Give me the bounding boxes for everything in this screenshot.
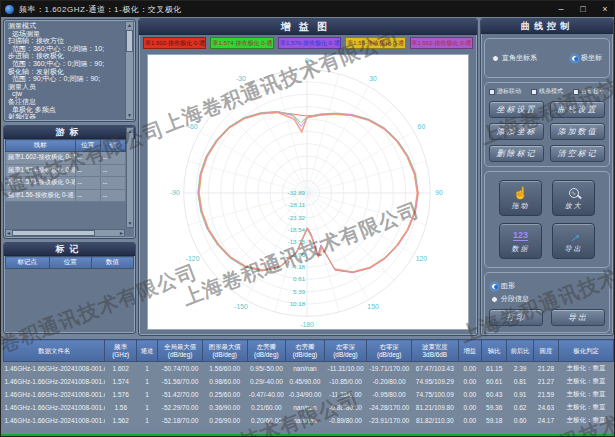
info-line: 备注信息 <box>8 98 123 106</box>
output-radio[interactable]: 图形 <box>491 281 603 291</box>
window-title: 频率：1.602GHZ-通道：1-极化：交叉极化 <box>19 4 550 15</box>
coordinate-radio[interactable]: 直角坐标系 <box>492 53 537 63</box>
tool-label: 放大 <box>565 201 583 211</box>
cursor-hscrollbar[interactable]: ◄ ► <box>5 229 125 237</box>
zoom-tool-button[interactable]: ∿放大 <box>552 180 595 216</box>
scroll-up-icon[interactable]: ▲ <box>127 22 132 29</box>
scroll-thumb[interactable] <box>126 30 133 52</box>
data-table-header: 右零深(dB/deg) <box>367 340 412 362</box>
cell: -19.71/170.00 <box>367 362 412 375</box>
scroll-down-icon[interactable]: ▼ <box>128 220 133 227</box>
cell: 主极化：垂直 <box>559 414 614 427</box>
cell: -- <box>75 164 100 177</box>
data-table-header: 极化判定 <box>559 340 614 362</box>
cell: 0.25/60.00 <box>202 388 247 401</box>
scroll-left-icon[interactable]: ◄ <box>6 229 11 237</box>
left-sidebar: 测量模式 远场测量扫描轴：接收方位 范围：360;中心：0;间隔：10;步进轴：… <box>3 19 136 334</box>
app-icon <box>5 5 14 14</box>
cell: 24.17 <box>533 414 558 427</box>
cursor-row[interactable]: 频率1.576-接收极化 0-通…---- <box>6 177 126 190</box>
data-table-row[interactable]: 1.46GHz-1.66GHz-20241008-001.dat1.561-52… <box>4 401 614 414</box>
curve-option-checkbox[interactable]: 线条模式 <box>531 87 563 96</box>
data-table-row[interactable]: 1.46GHz-1.66GHz-20241008-001.dat1.6021-5… <box>4 362 614 375</box>
cell: 1.562 <box>105 414 136 427</box>
zoom-magnifier-icon: ∿ <box>569 185 579 200</box>
chart-title: 增益图 <box>139 19 477 35</box>
axis-settings-button[interactable]: 坐标设置 <box>489 101 544 118</box>
cell: 0.00 <box>458 362 481 375</box>
info-scrollbar[interactable]: ▲ ▼ <box>125 21 134 120</box>
cell: -52.18/70.00 <box>158 414 203 427</box>
legend-chip[interactable]: 率1.576-接收极化 0-通 <box>278 37 341 49</box>
tool-label: 数据 <box>512 244 530 254</box>
scroll-right-icon[interactable]: ► <box>119 229 124 237</box>
window-titlebar: 频率：1.602GHZ-通道：1-极化：交叉极化 – □ × <box>1 1 615 17</box>
legend-chip[interactable]: 率1.562-接收极化 0-通 <box>410 37 473 49</box>
cell: 61.15 <box>482 362 507 375</box>
cell: nan/nan <box>286 414 325 427</box>
curve-control-panel: 曲线控制 直角坐标系极坐标 游标联动线条模式自动起点 坐标设置曲线设置添加坐标添… <box>480 18 614 336</box>
cell: -51.56/70.00 <box>158 375 203 388</box>
minimize-button[interactable]: – <box>550 4 572 14</box>
close-button[interactable]: × <box>594 4 615 14</box>
maximize-button[interactable]: □ <box>572 4 594 14</box>
cell: -11.31/10.00 <box>324 362 367 375</box>
legend-chip[interactable]: 率1.574-接收极化 0-通 <box>210 37 273 49</box>
cursor-row[interactable]: 频率1.56-接收极化 0-通…---- <box>6 189 126 202</box>
drag-hand-icon: ☝ <box>513 185 528 200</box>
header-line: 3dB/6dB <box>412 351 458 359</box>
info-line: 扫描轴：接收方位 <box>8 37 123 45</box>
svg-text:-32.89: -32.89 <box>288 189 306 196</box>
scroll-thumb[interactable] <box>12 230 95 236</box>
info-line: 测量人员 <box>8 83 123 91</box>
curve-settings-button[interactable]: 曲线设置 <box>550 101 605 118</box>
delete-marker-button[interactable]: 删除标记 <box>489 145 544 162</box>
data-table: 数据文件名频率(GHz)通道全局最大值(dB/deg)图形最大值(dB/deg)… <box>3 339 614 427</box>
data-table-row[interactable]: 1.46GHz-1.66GHz-20241008-001.dat1.5741-5… <box>4 375 614 388</box>
header-line: (dB/deg) <box>325 351 367 359</box>
cell: 主极化：垂直 <box>559 362 614 375</box>
scroll-down-icon[interactable]: ▼ <box>127 112 132 119</box>
data-table-row[interactable]: 1.46GHz-1.66GHz-20241008-001.dat1.5761-5… <box>4 388 614 401</box>
output-radio[interactable]: 分段信息 <box>491 294 603 304</box>
cursor-vscrollbar[interactable]: ▲ ▼ <box>126 127 134 228</box>
svg-text:120: 120 <box>416 255 428 262</box>
coordinate-radio[interactable]: 极坐标 <box>571 53 602 63</box>
cell: 67.47/103.43 <box>411 362 458 375</box>
legend-chip[interactable]: 率1.56-接收极化 0-通 <box>345 37 405 49</box>
curve-option-checkbox[interactable]: 自动起点 <box>573 87 605 96</box>
data-table-row[interactable]: 1.46GHz-1.66GHz-20241008-001.dat1.5621-5… <box>4 414 614 427</box>
info-line: 步进轴：接收极化 <box>8 52 123 60</box>
curve-option-checkbox[interactable]: 游标联动 <box>489 87 521 96</box>
cursor-panel: 游标 线标位置值 频率1.602-接收极化 0-通…----频率1.574-接收… <box>3 125 136 239</box>
header-line: (dB/deg) <box>203 351 247 359</box>
export-button[interactable]: 导出 <box>551 309 605 326</box>
data-table-body: 1.46GHz-1.66GHz-20241008-001.dat1.6021-5… <box>4 362 614 427</box>
print-button[interactable]: 打印 <box>489 309 543 326</box>
svg-text:10.18: 10.18 <box>290 300 306 307</box>
drag-tool-button[interactable]: ☝拖动 <box>499 180 542 216</box>
add-value-button[interactable]: 添加数值 <box>550 123 605 140</box>
cursor-row[interactable]: 频率1.602-接收极化 0-通…---- <box>6 152 126 165</box>
scroll-up-icon[interactable]: ▲ <box>128 128 133 135</box>
cell: 81.82/110.30 <box>411 414 458 427</box>
data-table-header: 左零深(dB/deg) <box>324 340 367 362</box>
marker-table-head: 标记点位置数值 <box>6 257 134 269</box>
export-tool-button[interactable]: →导出 <box>552 223 595 259</box>
radio-dot-icon <box>491 296 498 303</box>
header-line: 频率 <box>105 343 135 351</box>
cell: 60.61 <box>482 375 507 388</box>
data-tool-button[interactable]: 123数据 <box>499 223 542 259</box>
svg-text:30: 30 <box>369 75 377 82</box>
cursor-row[interactable]: 频率1.574-接收极化 0-通…---- <box>6 164 126 177</box>
cell: 74.75/100.09 <box>411 388 458 401</box>
data-table-header: 圆度 <box>533 340 558 362</box>
clear-marker-button[interactable]: 清空标记 <box>550 145 605 162</box>
output-buttons: 打印导出 <box>489 309 605 326</box>
gain-chart-panel: 增益图 率1.602-接收极化 0-通率1.574-接收极化 0-通率1.576… <box>138 18 478 336</box>
legend-chip[interactable]: 率1.602-接收极化 0-通 <box>143 37 206 49</box>
add-coordinate-button[interactable]: 添加坐标 <box>489 123 544 140</box>
cell: 1 <box>136 414 157 427</box>
svg-text:-120: -120 <box>186 255 200 262</box>
plot-area[interactable]: 0306090120150-180-150-120-90-60-30-32.89… <box>147 54 469 330</box>
